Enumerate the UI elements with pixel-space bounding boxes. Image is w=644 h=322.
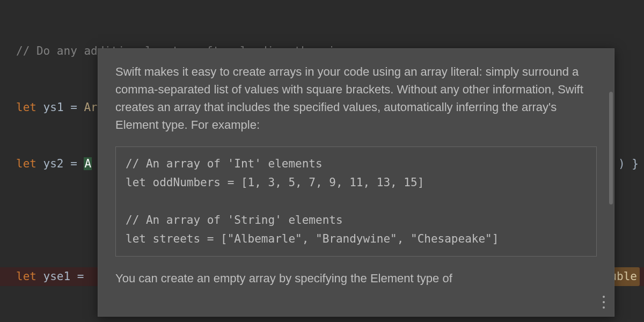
popup-paragraph: Swift makes it easy to create arrays in … [115, 63, 597, 134]
popup-paragraph: You can create an empty array by specify… [115, 269, 597, 287]
popup-code-example: // An array of 'Int' elements let oddNum… [115, 147, 597, 257]
scrollbar-thumb[interactable] [609, 92, 613, 204]
documentation-popup[interactable]: Swift makes it easy to create arrays in … [98, 48, 614, 317]
highlight-box: A [84, 157, 92, 170]
more-options-icon[interactable] [599, 296, 609, 309]
line-tail: ) } [618, 155, 639, 173]
